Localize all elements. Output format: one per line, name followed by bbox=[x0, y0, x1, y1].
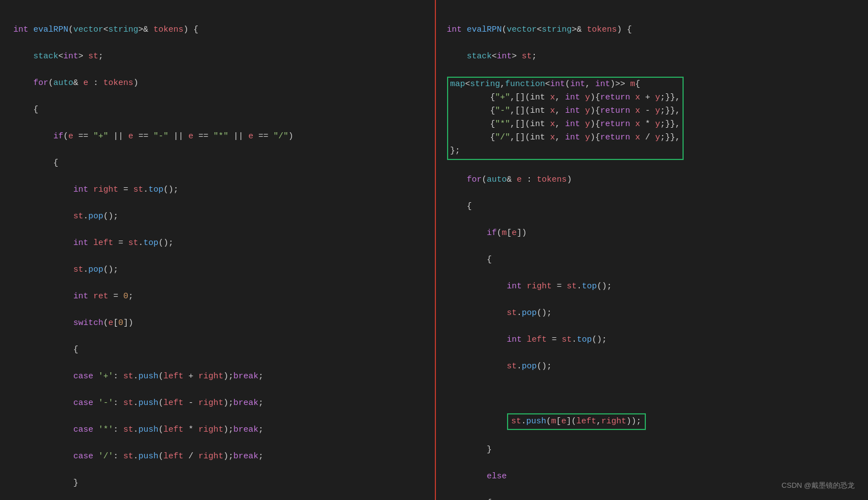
watermark-text: CSDN @戴墨镜的恐龙 bbox=[781, 480, 855, 491]
right-code-block: int evalRPN(vector<string>& tokens) { st… bbox=[447, 10, 855, 500]
left-code-pane: int evalRPN(vector<string>& tokens) { st… bbox=[0, 0, 436, 500]
right-code-pane: int evalRPN(vector<string>& tokens) { st… bbox=[436, 0, 869, 500]
left-code-block: int evalRPN(vector<string>& tokens) { st… bbox=[13, 10, 422, 500]
